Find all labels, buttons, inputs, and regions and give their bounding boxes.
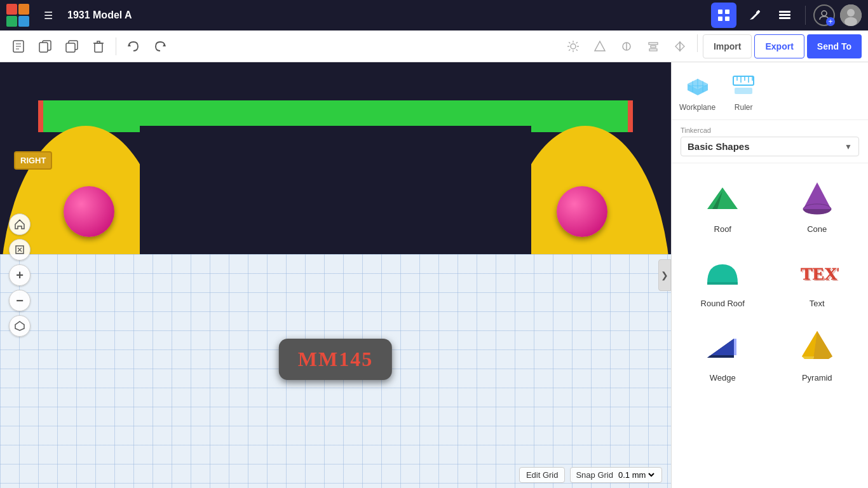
nav-left: ☰ 1931 Model A: [6, 3, 132, 28]
mm145-object[interactable]: MM145: [279, 339, 392, 380]
import-button[interactable]: Import: [703, 34, 752, 58]
svg-rect-5: [779, 11, 790, 13]
new-icon: [11, 39, 25, 53]
light-btn[interactable]: [561, 34, 585, 58]
svg-rect-1: [725, 10, 729, 14]
svg-rect-23: [649, 43, 658, 44]
undo-icon: [126, 39, 140, 53]
left-button-circle: [64, 186, 114, 237]
grid-view-btn[interactable]: [711, 3, 736, 28]
mirror-icon: [620, 39, 634, 53]
svg-text:TEXT: TEXT: [802, 265, 839, 285]
duplicate-button[interactable]: [60, 34, 84, 58]
tools-btn[interactable]: [742, 3, 767, 28]
round-roof-label: Round Roof: [701, 299, 745, 308]
left-camera-controls: + −: [9, 214, 31, 337]
home-view-button[interactable]: [9, 214, 31, 235]
svg-marker-36: [803, 182, 831, 209]
nav-right: [711, 3, 862, 28]
svg-rect-14: [39, 43, 48, 52]
edit-grid-button[interactable]: Edit Grid: [519, 467, 566, 483]
new-button[interactable]: [6, 34, 31, 58]
top-nav: ☰ 1931 Model A: [0, 0, 868, 30]
shapes-dropdown[interactable]: Basic Shapes ▼: [681, 137, 859, 156]
undo-button[interactable]: [121, 34, 146, 58]
layers-icon: [778, 8, 792, 22]
layers-btn[interactable]: [772, 3, 797, 28]
export-button[interactable]: Export: [754, 34, 804, 58]
svg-marker-21: [595, 41, 605, 51]
main-layout: RIGHT MM145 + −: [0, 62, 868, 488]
workplane-icon: [682, 70, 713, 100]
grid-icon: [717, 9, 730, 22]
svg-point-11: [844, 17, 857, 26]
shape-roof[interactable]: Roof: [678, 170, 768, 239]
shape-icon: [593, 39, 607, 53]
perspective-button[interactable]: [9, 315, 31, 337]
tinkercad-section: Tinkercad Basic Shapes ▼: [672, 120, 868, 163]
delete-button[interactable]: [86, 34, 111, 58]
round-roof-icon: [700, 249, 745, 295]
nav-divider: [805, 6, 806, 25]
svg-rect-0: [718, 10, 722, 14]
home-icon: [14, 219, 25, 230]
toolbar: Import Export Send To: [0, 30, 868, 62]
user-icon: [818, 10, 830, 21]
shape-cone[interactable]: Cone: [773, 170, 862, 239]
toolbar-sep-1: [116, 37, 116, 55]
copy-button[interactable]: [33, 34, 57, 58]
snap-grid-select[interactable]: 0.1 mm 0.5 mm 1 mm: [616, 470, 656, 480]
redo-button[interactable]: [148, 34, 172, 58]
svg-rect-31: [733, 76, 754, 85]
mirror-btn[interactable]: [614, 34, 639, 58]
workplane-tool[interactable]: Workplane: [679, 70, 715, 112]
list-view-btn[interactable]: ☰: [36, 3, 61, 28]
svg-point-20: [571, 44, 576, 49]
panel-collapse-button[interactable]: ❯: [658, 259, 671, 291]
tinkercad-label: Tinkercad: [681, 126, 859, 134]
logo-t: [6, 4, 17, 15]
flip-icon: [673, 39, 687, 53]
delete-icon: [92, 39, 105, 53]
align-btn[interactable]: [641, 34, 665, 58]
pyramid-label: Pyramid: [802, 373, 832, 383]
redo-icon: [153, 39, 167, 53]
zoom-in-button[interactable]: +: [9, 264, 31, 286]
shape-wedge[interactable]: Wedge: [678, 318, 768, 388]
zoom-out-button[interactable]: −: [9, 290, 31, 311]
sendto-button[interactable]: Send To: [807, 34, 862, 58]
wedge-label: Wedge: [710, 373, 736, 383]
shape-round-roof[interactable]: Round Roof: [678, 244, 768, 313]
svg-rect-2: [718, 17, 722, 21]
tinkercad-logo[interactable]: [6, 4, 29, 27]
shape-text[interactable]: TEXT TEXT Text: [773, 244, 862, 313]
workplane-label: Workplane: [679, 103, 715, 112]
page-title: 1931 Model A: [67, 10, 132, 21]
avatar[interactable]: [840, 4, 862, 26]
ruler-tool[interactable]: Ruler: [728, 70, 759, 112]
svg-rect-16: [66, 43, 75, 52]
svg-rect-25: [649, 49, 657, 51]
align-icon: [646, 39, 660, 53]
light-icon: [566, 39, 580, 53]
shape-btn[interactable]: [588, 34, 612, 58]
svg-rect-7: [779, 17, 790, 19]
hammer-icon: [748, 9, 761, 22]
svg-point-8: [822, 11, 827, 16]
right-label: RIGHT: [14, 151, 52, 170]
fit-view-button[interactable]: [9, 239, 31, 261]
cone-label: Cone: [807, 224, 827, 234]
pyramid-icon: [794, 323, 840, 369]
flip-btn[interactable]: [668, 34, 692, 58]
roof-label: Roof: [714, 224, 731, 234]
shape-pyramid[interactable]: Pyramid: [773, 318, 862, 388]
viewport[interactable]: RIGHT MM145 + −: [0, 62, 671, 488]
red-accent-right: [628, 100, 633, 132]
logo-n: [6, 16, 17, 27]
cone-icon: [794, 175, 840, 220]
snap-grid-control: Snap Grid 0.1 mm 0.5 mm 1 mm: [570, 467, 662, 483]
wedge-icon: [700, 323, 745, 369]
add-user-button[interactable]: [813, 4, 835, 26]
red-accent-left: [38, 100, 43, 132]
logo-k: [18, 16, 29, 27]
